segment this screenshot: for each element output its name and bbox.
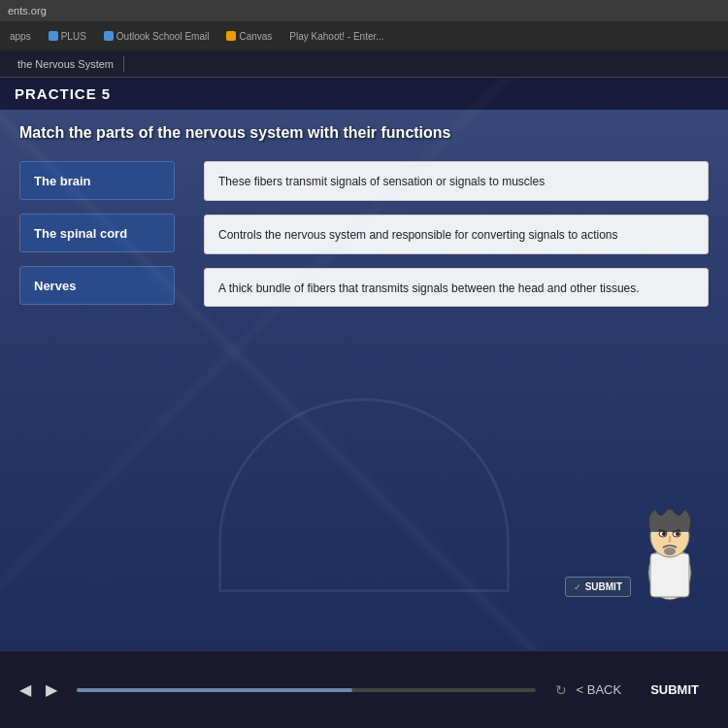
tab-plus[interactable]: PLUS: [43, 29, 92, 44]
back-button[interactable]: < BACK: [567, 678, 632, 701]
tab-outlook[interactable]: Outlook School Email: [98, 29, 215, 44]
svg-point-9: [664, 547, 676, 555]
character-area: [631, 485, 709, 602]
submit-overlay-text: SUBMIT: [585, 581, 622, 592]
url-text: ents.org: [8, 5, 47, 17]
outlook-icon: [104, 31, 114, 41]
browser-chrome: ents.org apps PLUS Outlook School Email …: [0, 0, 728, 78]
page-tab-nervous-system[interactable]: the Nervous System: [8, 56, 124, 72]
tab-canvas[interactable]: Canvas: [220, 29, 278, 44]
canvas-icon: [226, 31, 236, 41]
tab-outlook-label: Outlook School Email: [116, 31, 210, 42]
progress-bar-fill: [77, 688, 352, 692]
bottom-bar: ◀ ▶ ↻ < BACK SUBMIT: [0, 650, 728, 728]
browser-tabs: apps PLUS Outlook School Email Canvas Pl…: [0, 21, 728, 50]
play-back-button[interactable]: ◀: [19, 680, 31, 699]
tab-canvas-label: Canvas: [239, 31, 272, 42]
submit-overlay[interactable]: ✓ SUBMIT: [565, 577, 631, 597]
tab-kahoot-label: Play Kahoot! - Enter...: [289, 31, 383, 42]
navigation-buttons: < BACK SUBMIT: [567, 678, 709, 701]
tab-plus-label: PLUS: [61, 31, 86, 42]
svg-point-6: [676, 532, 679, 536]
refresh-icon[interactable]: ↻: [555, 682, 567, 698]
submit-button[interactable]: SUBMIT: [641, 678, 709, 701]
progress-bar: [77, 688, 536, 692]
svg-rect-1: [650, 553, 689, 597]
submit-icon: ✓: [574, 582, 581, 592]
page-tab-bar: the Nervous System: [0, 50, 728, 78]
url-bar: ents.org: [0, 0, 728, 21]
page-tab-label: the Nervous System: [17, 58, 114, 70]
media-controls: ◀ ▶: [19, 680, 57, 699]
main-content: PRACTICE 5 Match the parts of the nervou…: [0, 78, 728, 650]
character-figure: [631, 485, 709, 602]
tab-apps[interactable]: apps: [4, 29, 37, 44]
play-forward-button[interactable]: ▶: [46, 680, 57, 699]
tab-kahoot[interactable]: Play Kahoot! - Enter...: [283, 29, 389, 44]
plus-icon: [49, 31, 58, 41]
tab-apps-label: apps: [10, 31, 31, 42]
